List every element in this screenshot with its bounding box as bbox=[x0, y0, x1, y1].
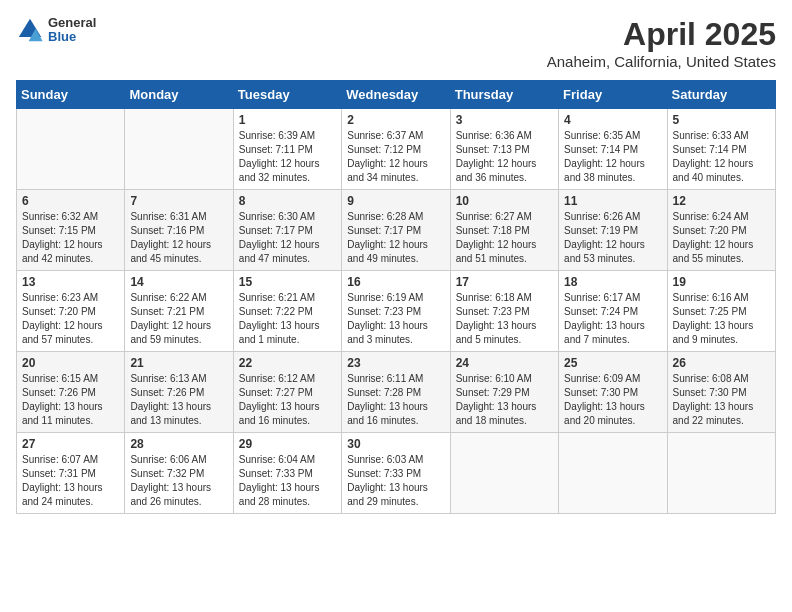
logo-general: General bbox=[48, 16, 96, 30]
weekday-header: Monday bbox=[125, 81, 233, 109]
title-block: April 2025 Anaheim, California, United S… bbox=[547, 16, 776, 70]
day-number: 18 bbox=[564, 275, 661, 289]
day-number: 11 bbox=[564, 194, 661, 208]
calendar-header-row: SundayMondayTuesdayWednesdayThursdayFrid… bbox=[17, 81, 776, 109]
day-number: 2 bbox=[347, 113, 444, 127]
day-info: Sunrise: 6:22 AM Sunset: 7:21 PM Dayligh… bbox=[130, 291, 227, 347]
day-number: 27 bbox=[22, 437, 119, 451]
calendar-day-cell: 25Sunrise: 6:09 AM Sunset: 7:30 PM Dayli… bbox=[559, 352, 667, 433]
day-number: 30 bbox=[347, 437, 444, 451]
day-info: Sunrise: 6:26 AM Sunset: 7:19 PM Dayligh… bbox=[564, 210, 661, 266]
page-title: April 2025 bbox=[547, 16, 776, 53]
page-header: General Blue April 2025 Anaheim, Califor… bbox=[16, 16, 776, 70]
calendar-day-cell: 13Sunrise: 6:23 AM Sunset: 7:20 PM Dayli… bbox=[17, 271, 125, 352]
calendar-day-cell bbox=[125, 109, 233, 190]
logo: General Blue bbox=[16, 16, 96, 45]
day-number: 20 bbox=[22, 356, 119, 370]
day-info: Sunrise: 6:21 AM Sunset: 7:22 PM Dayligh… bbox=[239, 291, 336, 347]
day-info: Sunrise: 6:06 AM Sunset: 7:32 PM Dayligh… bbox=[130, 453, 227, 509]
day-info: Sunrise: 6:09 AM Sunset: 7:30 PM Dayligh… bbox=[564, 372, 661, 428]
weekday-header: Tuesday bbox=[233, 81, 341, 109]
day-number: 23 bbox=[347, 356, 444, 370]
day-number: 19 bbox=[673, 275, 770, 289]
calendar-day-cell: 11Sunrise: 6:26 AM Sunset: 7:19 PM Dayli… bbox=[559, 190, 667, 271]
calendar-day-cell: 23Sunrise: 6:11 AM Sunset: 7:28 PM Dayli… bbox=[342, 352, 450, 433]
day-info: Sunrise: 6:36 AM Sunset: 7:13 PM Dayligh… bbox=[456, 129, 553, 185]
calendar-day-cell: 21Sunrise: 6:13 AM Sunset: 7:26 PM Dayli… bbox=[125, 352, 233, 433]
page-subtitle: Anaheim, California, United States bbox=[547, 53, 776, 70]
calendar-day-cell: 19Sunrise: 6:16 AM Sunset: 7:25 PM Dayli… bbox=[667, 271, 775, 352]
day-info: Sunrise: 6:32 AM Sunset: 7:15 PM Dayligh… bbox=[22, 210, 119, 266]
day-info: Sunrise: 6:24 AM Sunset: 7:20 PM Dayligh… bbox=[673, 210, 770, 266]
day-info: Sunrise: 6:39 AM Sunset: 7:11 PM Dayligh… bbox=[239, 129, 336, 185]
day-number: 3 bbox=[456, 113, 553, 127]
day-number: 25 bbox=[564, 356, 661, 370]
day-number: 7 bbox=[130, 194, 227, 208]
day-info: Sunrise: 6:31 AM Sunset: 7:16 PM Dayligh… bbox=[130, 210, 227, 266]
weekday-header: Saturday bbox=[667, 81, 775, 109]
day-number: 21 bbox=[130, 356, 227, 370]
day-number: 28 bbox=[130, 437, 227, 451]
day-number: 14 bbox=[130, 275, 227, 289]
day-number: 5 bbox=[673, 113, 770, 127]
calendar-day-cell bbox=[559, 433, 667, 514]
calendar-day-cell: 30Sunrise: 6:03 AM Sunset: 7:33 PM Dayli… bbox=[342, 433, 450, 514]
calendar-day-cell: 10Sunrise: 6:27 AM Sunset: 7:18 PM Dayli… bbox=[450, 190, 558, 271]
calendar-day-cell: 7Sunrise: 6:31 AM Sunset: 7:16 PM Daylig… bbox=[125, 190, 233, 271]
calendar-day-cell: 1Sunrise: 6:39 AM Sunset: 7:11 PM Daylig… bbox=[233, 109, 341, 190]
day-info: Sunrise: 6:15 AM Sunset: 7:26 PM Dayligh… bbox=[22, 372, 119, 428]
calendar-day-cell: 12Sunrise: 6:24 AM Sunset: 7:20 PM Dayli… bbox=[667, 190, 775, 271]
day-number: 22 bbox=[239, 356, 336, 370]
day-number: 9 bbox=[347, 194, 444, 208]
calendar-week-row: 27Sunrise: 6:07 AM Sunset: 7:31 PM Dayli… bbox=[17, 433, 776, 514]
calendar-day-cell: 28Sunrise: 6:06 AM Sunset: 7:32 PM Dayli… bbox=[125, 433, 233, 514]
day-info: Sunrise: 6:07 AM Sunset: 7:31 PM Dayligh… bbox=[22, 453, 119, 509]
day-info: Sunrise: 6:23 AM Sunset: 7:20 PM Dayligh… bbox=[22, 291, 119, 347]
day-info: Sunrise: 6:37 AM Sunset: 7:12 PM Dayligh… bbox=[347, 129, 444, 185]
day-number: 4 bbox=[564, 113, 661, 127]
day-number: 1 bbox=[239, 113, 336, 127]
day-number: 13 bbox=[22, 275, 119, 289]
day-info: Sunrise: 6:18 AM Sunset: 7:23 PM Dayligh… bbox=[456, 291, 553, 347]
calendar-day-cell: 14Sunrise: 6:22 AM Sunset: 7:21 PM Dayli… bbox=[125, 271, 233, 352]
day-info: Sunrise: 6:19 AM Sunset: 7:23 PM Dayligh… bbox=[347, 291, 444, 347]
day-info: Sunrise: 6:17 AM Sunset: 7:24 PM Dayligh… bbox=[564, 291, 661, 347]
calendar-day-cell: 2Sunrise: 6:37 AM Sunset: 7:12 PM Daylig… bbox=[342, 109, 450, 190]
weekday-header: Sunday bbox=[17, 81, 125, 109]
day-number: 15 bbox=[239, 275, 336, 289]
calendar-day-cell: 16Sunrise: 6:19 AM Sunset: 7:23 PM Dayli… bbox=[342, 271, 450, 352]
calendar-week-row: 20Sunrise: 6:15 AM Sunset: 7:26 PM Dayli… bbox=[17, 352, 776, 433]
weekday-header: Friday bbox=[559, 81, 667, 109]
day-number: 6 bbox=[22, 194, 119, 208]
weekday-header: Wednesday bbox=[342, 81, 450, 109]
day-info: Sunrise: 6:16 AM Sunset: 7:25 PM Dayligh… bbox=[673, 291, 770, 347]
day-info: Sunrise: 6:10 AM Sunset: 7:29 PM Dayligh… bbox=[456, 372, 553, 428]
calendar-table: SundayMondayTuesdayWednesdayThursdayFrid… bbox=[16, 80, 776, 514]
calendar-day-cell: 22Sunrise: 6:12 AM Sunset: 7:27 PM Dayli… bbox=[233, 352, 341, 433]
day-number: 17 bbox=[456, 275, 553, 289]
day-number: 10 bbox=[456, 194, 553, 208]
day-info: Sunrise: 6:35 AM Sunset: 7:14 PM Dayligh… bbox=[564, 129, 661, 185]
calendar-day-cell: 6Sunrise: 6:32 AM Sunset: 7:15 PM Daylig… bbox=[17, 190, 125, 271]
calendar-day-cell: 15Sunrise: 6:21 AM Sunset: 7:22 PM Dayli… bbox=[233, 271, 341, 352]
day-info: Sunrise: 6:11 AM Sunset: 7:28 PM Dayligh… bbox=[347, 372, 444, 428]
calendar-day-cell: 29Sunrise: 6:04 AM Sunset: 7:33 PM Dayli… bbox=[233, 433, 341, 514]
calendar-day-cell: 18Sunrise: 6:17 AM Sunset: 7:24 PM Dayli… bbox=[559, 271, 667, 352]
calendar-day-cell: 20Sunrise: 6:15 AM Sunset: 7:26 PM Dayli… bbox=[17, 352, 125, 433]
calendar-day-cell: 27Sunrise: 6:07 AM Sunset: 7:31 PM Dayli… bbox=[17, 433, 125, 514]
calendar-day-cell: 4Sunrise: 6:35 AM Sunset: 7:14 PM Daylig… bbox=[559, 109, 667, 190]
day-number: 29 bbox=[239, 437, 336, 451]
calendar-week-row: 1Sunrise: 6:39 AM Sunset: 7:11 PM Daylig… bbox=[17, 109, 776, 190]
logo-icon bbox=[16, 16, 44, 44]
calendar-day-cell: 5Sunrise: 6:33 AM Sunset: 7:14 PM Daylig… bbox=[667, 109, 775, 190]
weekday-header: Thursday bbox=[450, 81, 558, 109]
calendar-week-row: 6Sunrise: 6:32 AM Sunset: 7:15 PM Daylig… bbox=[17, 190, 776, 271]
day-info: Sunrise: 6:03 AM Sunset: 7:33 PM Dayligh… bbox=[347, 453, 444, 509]
calendar-day-cell: 8Sunrise: 6:30 AM Sunset: 7:17 PM Daylig… bbox=[233, 190, 341, 271]
calendar-day-cell bbox=[17, 109, 125, 190]
calendar-day-cell: 17Sunrise: 6:18 AM Sunset: 7:23 PM Dayli… bbox=[450, 271, 558, 352]
calendar-day-cell: 3Sunrise: 6:36 AM Sunset: 7:13 PM Daylig… bbox=[450, 109, 558, 190]
day-number: 24 bbox=[456, 356, 553, 370]
calendar-day-cell: 24Sunrise: 6:10 AM Sunset: 7:29 PM Dayli… bbox=[450, 352, 558, 433]
calendar-day-cell bbox=[450, 433, 558, 514]
